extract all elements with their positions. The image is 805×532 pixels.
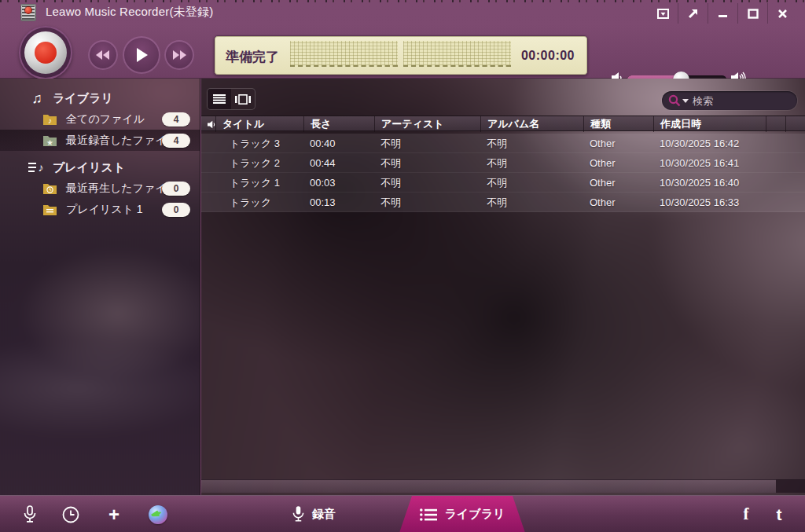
column-extra-1[interactable] bbox=[766, 116, 785, 132]
sidebar-section-library: ♫ ライブラリ bbox=[0, 88, 200, 108]
cell-title: トラック 2 bbox=[215, 153, 303, 173]
svg-text:♪: ♪ bbox=[48, 116, 52, 125]
sidebar-item-label: 最近録音したファイル bbox=[66, 134, 178, 148]
cell-kind: Other bbox=[583, 193, 653, 212]
horizontal-scrollbar[interactable] bbox=[201, 479, 776, 493]
sidebar-item-all-files[interactable]: ♪ 全てのファイル 4 bbox=[0, 108, 200, 130]
tab-record[interactable]: 録音 bbox=[292, 496, 336, 532]
tab-library[interactable]: ライブラリ bbox=[399, 496, 525, 532]
cell-created: 10/30/2025 16:42 bbox=[653, 134, 766, 153]
title-bar: Leawo Music Recorder(未登録) bbox=[0, 2, 805, 24]
cell-created: 10/30/2025 16:33 bbox=[653, 193, 766, 212]
skin-menu-icon bbox=[657, 9, 669, 19]
add-button[interactable]: + bbox=[101, 496, 127, 532]
speaker-column-icon bbox=[208, 120, 215, 129]
skin-menu-button[interactable] bbox=[648, 3, 678, 24]
folder-clock-icon bbox=[43, 183, 57, 194]
online-store-button[interactable] bbox=[145, 496, 171, 532]
play-button[interactable] bbox=[123, 36, 160, 74]
cell-created: 10/30/2025 16:40 bbox=[653, 173, 766, 193]
column-status[interactable] bbox=[201, 116, 215, 132]
twitter-button[interactable]: t bbox=[767, 496, 791, 532]
count-badge: 4 bbox=[162, 134, 190, 148]
view-toggle-group bbox=[208, 89, 255, 109]
sidebar-item-recently-played[interactable]: 最近再生したファイル 0 bbox=[0, 178, 200, 199]
sidebar-item-label: 最近再生したファイル bbox=[66, 182, 178, 196]
column-artist[interactable]: アーティスト bbox=[374, 116, 480, 132]
transport-toolbar: 準備完了 00:00:00 bbox=[0, 24, 805, 79]
table-row[interactable]: トラック 1 00:03 不明 不明 Other 10/30/2025 16:4… bbox=[201, 173, 805, 193]
sidebar-item-label: 全てのファイル bbox=[66, 112, 145, 127]
cell-length: 00:03 bbox=[303, 173, 374, 193]
playlist-header-label: プレイリスト bbox=[53, 160, 125, 175]
globe-sync-icon bbox=[149, 505, 167, 524]
count-badge: 0 bbox=[162, 203, 190, 217]
playlist-icon: ♪ bbox=[28, 161, 46, 174]
maximize-icon bbox=[748, 9, 759, 19]
close-icon bbox=[777, 9, 788, 19]
sidebar-item-playlist-1[interactable]: プレイリスト 1 0 bbox=[0, 199, 200, 220]
column-title[interactable]: タイトル bbox=[215, 116, 303, 132]
minimize-icon bbox=[718, 9, 728, 19]
table-row[interactable]: トラック 2 00:44 不明 不明 Other 10/30/2025 16:4… bbox=[201, 153, 805, 173]
library-tab-label: ライブラリ bbox=[445, 507, 505, 522]
folder-music-icon: ♪ bbox=[43, 114, 57, 125]
play-icon bbox=[135, 48, 148, 62]
sidebar-section-playlist: ♪ プレイリスト bbox=[0, 157, 200, 178]
table-row[interactable]: トラック 00:13 不明 不明 Other 10/30/2025 16:33 bbox=[201, 193, 805, 212]
search-filter-caret-icon[interactable] bbox=[682, 99, 689, 103]
cell-title: トラック 1 bbox=[215, 173, 303, 193]
record-button[interactable] bbox=[19, 26, 72, 79]
previous-button[interactable] bbox=[88, 40, 118, 70]
microphone-icon bbox=[24, 506, 36, 523]
rewind-icon bbox=[96, 50, 110, 60]
schedule-button[interactable] bbox=[58, 496, 83, 532]
scrollbar-corner bbox=[776, 479, 805, 493]
cell-artist: 不明 bbox=[374, 134, 480, 153]
list-view-icon bbox=[213, 94, 226, 104]
column-kind[interactable]: 種類 bbox=[583, 116, 653, 132]
column-extra-2[interactable] bbox=[785, 116, 805, 132]
record-icon bbox=[35, 42, 57, 64]
column-album[interactable]: アルバム名 bbox=[480, 116, 583, 132]
search-input[interactable] bbox=[693, 95, 791, 107]
table-row[interactable]: トラック 3 00:40 不明 不明 Other 10/30/2025 16:4… bbox=[201, 134, 805, 153]
music-note-icon: ♫ bbox=[28, 90, 46, 107]
cover-view-button[interactable] bbox=[231, 89, 255, 109]
cell-artist: 不明 bbox=[374, 173, 480, 193]
search-box[interactable] bbox=[662, 91, 797, 110]
window-title: Leawo Music Recorder(未登録) bbox=[46, 5, 213, 20]
minimize-button[interactable] bbox=[708, 3, 737, 24]
column-length[interactable]: 長さ bbox=[303, 116, 374, 132]
fast-forward-icon bbox=[172, 50, 186, 60]
track-list: トラック 3 00:40 不明 不明 Other 10/30/2025 16:4… bbox=[201, 134, 805, 212]
svg-text:♪: ♪ bbox=[39, 161, 44, 174]
cell-album: 不明 bbox=[480, 173, 583, 193]
plus-icon: + bbox=[108, 505, 119, 524]
record-tab-mic-icon bbox=[292, 505, 304, 523]
facebook-button[interactable]: f bbox=[734, 496, 758, 532]
cell-title: トラック bbox=[215, 193, 303, 212]
sidebar-item-recent-recordings[interactable]: ★ 最近録音したファイル 4 bbox=[0, 130, 200, 151]
record-tab-label: 録音 bbox=[312, 507, 336, 522]
audio-source-button[interactable] bbox=[17, 496, 42, 532]
twitter-icon: t bbox=[777, 505, 782, 524]
list-view-button[interactable] bbox=[208, 89, 231, 109]
cell-created: 10/30/2025 16:41 bbox=[653, 153, 766, 173]
next-button[interactable] bbox=[164, 40, 194, 70]
library-header-label: ライブラリ bbox=[53, 91, 113, 106]
fullscreen-button[interactable] bbox=[678, 3, 708, 24]
count-badge: 0 bbox=[162, 182, 190, 196]
column-created[interactable]: 作成日時 bbox=[653, 116, 766, 132]
vu-meter-left bbox=[290, 41, 398, 67]
cell-kind: Other bbox=[583, 134, 653, 153]
table-header: タイトル 長さ アーティスト アルバム名 種類 作成日時 bbox=[201, 116, 805, 131]
vu-meter-right bbox=[403, 41, 511, 67]
cell-length: 00:13 bbox=[303, 193, 374, 212]
status-panel: 準備完了 00:00:00 bbox=[214, 35, 588, 75]
close-button[interactable] bbox=[767, 3, 797, 24]
folder-list-icon bbox=[43, 204, 57, 215]
cell-artist: 不明 bbox=[374, 193, 480, 212]
svg-text:★: ★ bbox=[46, 138, 53, 146]
maximize-button[interactable] bbox=[737, 3, 767, 24]
